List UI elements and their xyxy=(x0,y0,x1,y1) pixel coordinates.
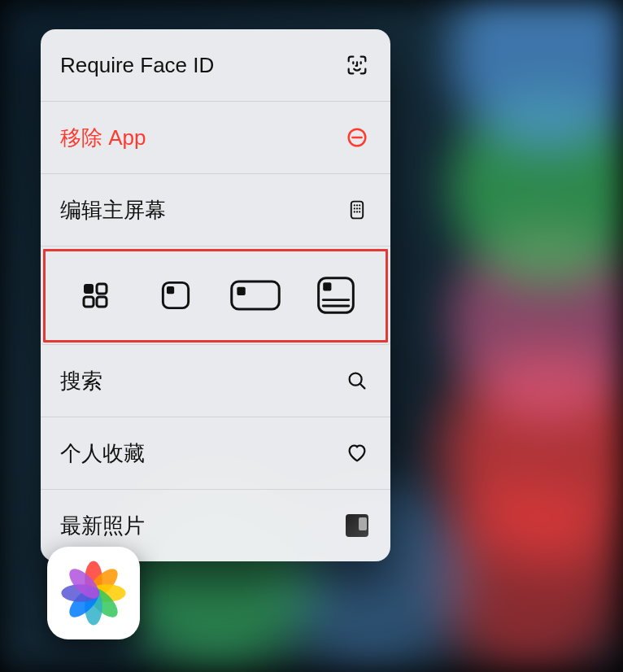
svg-rect-16 xyxy=(167,286,174,294)
widget-size-large-icon[interactable] xyxy=(296,247,377,344)
remove-icon xyxy=(343,124,371,151)
svg-point-2 xyxy=(354,204,355,206)
svg-point-9 xyxy=(356,211,358,212)
search-icon xyxy=(343,367,371,395)
svg-rect-18 xyxy=(237,287,246,295)
svg-point-10 xyxy=(359,211,360,212)
menu-item-edit-home-screen[interactable]: 编辑主屏幕 xyxy=(41,174,390,247)
svg-rect-13 xyxy=(84,297,94,307)
svg-rect-12 xyxy=(97,284,107,294)
menu-item-search[interactable]: 搜索 xyxy=(41,345,390,417)
heart-icon xyxy=(343,439,371,467)
widget-size-row xyxy=(41,247,390,345)
widget-size-icon-grid[interactable] xyxy=(55,247,136,344)
menu-item-label: 移除 App xyxy=(60,124,146,152)
svg-point-4 xyxy=(359,204,360,206)
face-id-icon xyxy=(343,51,371,79)
photo-thumbnail-icon xyxy=(343,512,371,539)
svg-rect-11 xyxy=(84,284,94,294)
menu-item-label: 个人收藏 xyxy=(60,439,145,468)
svg-point-7 xyxy=(359,207,360,209)
svg-rect-15 xyxy=(163,282,188,308)
svg-rect-1 xyxy=(351,202,363,219)
menu-item-label: 搜索 xyxy=(60,367,102,395)
widget-size-small-icon[interactable] xyxy=(136,247,216,344)
photos-app-icon[interactable] xyxy=(47,547,140,639)
svg-point-5 xyxy=(354,207,355,209)
menu-item-label: Require Face ID xyxy=(60,53,214,78)
menu-item-require-face-id[interactable]: Require Face ID xyxy=(41,29,390,102)
widget-size-medium-icon[interactable] xyxy=(216,247,296,344)
svg-point-6 xyxy=(356,207,358,209)
svg-point-8 xyxy=(354,211,355,212)
svg-rect-14 xyxy=(97,297,107,307)
apps-grid-icon xyxy=(343,196,371,224)
menu-item-label: 编辑主屏幕 xyxy=(60,196,166,225)
context-menu: Require Face ID 移除 App 编辑主屏幕 xyxy=(41,29,390,561)
menu-item-favorites[interactable]: 个人收藏 xyxy=(41,417,390,490)
svg-rect-20 xyxy=(323,282,331,290)
menu-item-label: 最新照片 xyxy=(60,512,145,540)
menu-item-remove-app[interactable]: 移除 App xyxy=(41,102,390,174)
svg-point-3 xyxy=(356,204,358,206)
